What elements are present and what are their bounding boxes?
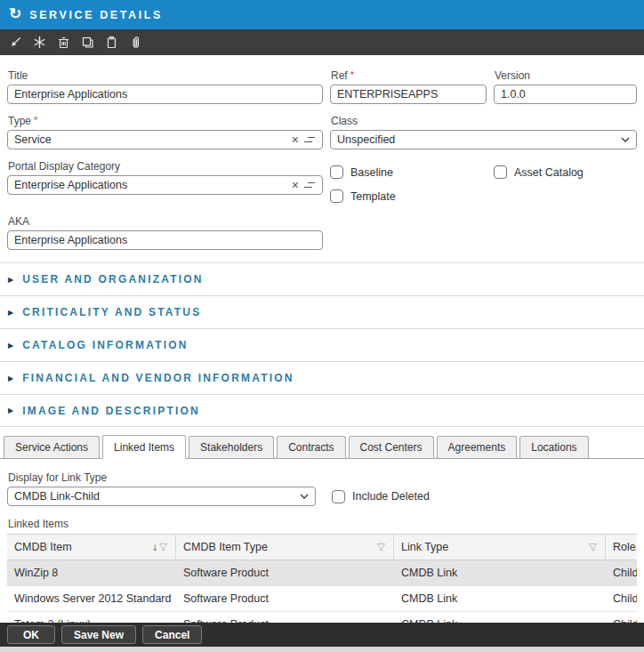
- delete-icon[interactable]: [53, 32, 74, 52]
- filter-icon[interactable]: [376, 543, 386, 552]
- save-new-button[interactable]: Save New: [61, 625, 136, 644]
- chevron-down-icon: [300, 494, 309, 499]
- section-title: IMAGE AND DESCRIPTION: [22, 405, 200, 417]
- filter-icon[interactable]: [158, 543, 168, 552]
- expand-arrow-icon: ▶: [8, 406, 13, 415]
- column-label: Role: [613, 541, 636, 553]
- type-field-group: Type* Service ×: [7, 115, 323, 149]
- tab-cost-centers[interactable]: Cost Centers: [349, 436, 434, 458]
- tab-label: Agreements: [448, 441, 506, 454]
- version-input[interactable]: [494, 85, 637, 104]
- title-input[interactable]: [7, 85, 323, 104]
- include-deleted-checkbox[interactable]: Include Deleted: [332, 490, 430, 503]
- section-title: FINANCIAL AND VENDOR INFORMATION: [22, 372, 294, 384]
- class-select[interactable]: Unspecified: [330, 130, 637, 149]
- required-asterisk: *: [34, 115, 37, 125]
- table-row[interactable]: Windows Server 2012 Standard Software Pr…: [7, 586, 637, 612]
- section-catalog-information[interactable]: ▶ CATALOG INFORMATION: [0, 328, 644, 361]
- tab-linked-items[interactable]: Linked Items: [102, 435, 186, 459]
- template-label: Template: [350, 190, 396, 203]
- asset-catalog-label: Asset Catalog: [514, 166, 584, 179]
- cell-cmdb-item-type: Software Product: [176, 586, 394, 611]
- section-user-and-organization[interactable]: ▶ USER AND ORGANIZATION: [0, 262, 644, 295]
- collapsible-sections: ▶ USER AND ORGANIZATION ▶ CRITICALITY AN…: [0, 262, 644, 427]
- column-header-role[interactable]: Role: [606, 535, 637, 559]
- aka-input[interactable]: [7, 230, 323, 250]
- window-bottom-edge: [0, 647, 644, 652]
- table-row[interactable]: WinZip 8 Software Product CMDB Link Chil…: [7, 560, 637, 586]
- cell-cmdb-item: Windows Server 2012 Standard: [7, 586, 176, 611]
- tab-label: Service Actions: [15, 441, 88, 454]
- include-deleted-label: Include Deleted: [352, 490, 430, 503]
- template-checkbox[interactable]: Template: [330, 189, 487, 203]
- linked-items-panel: Display for Link Type CMDB Link-Child In…: [0, 471, 644, 638]
- type-value: Service: [14, 133, 288, 146]
- checkbox-box[interactable]: [330, 165, 343, 179]
- column-header-link-type[interactable]: Link Type: [394, 535, 606, 559]
- asset-catalog-checkbox[interactable]: Asset Catalog: [494, 165, 637, 179]
- footer-action-bar: OK Save New Cancel: [0, 623, 644, 647]
- expand-arrow-icon: ▶: [8, 374, 13, 382]
- title-field-group: Title: [7, 69, 323, 104]
- ref-field-group: Ref*: [330, 69, 487, 104]
- tab-agreements[interactable]: Agreements: [437, 436, 518, 458]
- window-title-bar: ↻ SERVICE DETAILS: [0, 0, 644, 29]
- section-title: CATALOG INFORMATION: [22, 339, 188, 351]
- tab-service-actions[interactable]: Service Actions: [4, 436, 100, 458]
- portal-display-category-group: Portal Display Category Enterprise Appli…: [7, 160, 323, 213]
- type-label: Type: [8, 115, 31, 127]
- tab-label: Linked Items: [114, 441, 174, 454]
- class-value: Unspecified: [337, 133, 616, 146]
- title-label: Title: [8, 69, 323, 82]
- column-header-cmdb-item[interactable]: CMDB Item ↓: [7, 535, 176, 559]
- cancel-button[interactable]: Cancel: [142, 625, 202, 644]
- link-type-select[interactable]: CMDB Link-Child: [7, 487, 316, 506]
- class-field-group: Class Unspecified: [330, 115, 637, 149]
- type-combo[interactable]: Service ×: [7, 130, 323, 149]
- collapse-icon[interactable]: [5, 32, 26, 52]
- service-details-window: ↻ SERVICE DETAILS: [0, 0, 644, 652]
- refresh-icon[interactable]: ↻: [9, 6, 21, 21]
- clear-icon[interactable]: ×: [292, 179, 299, 191]
- tab-label: Stakeholders: [200, 441, 262, 454]
- checkbox-box[interactable]: [494, 165, 507, 179]
- tab-locations[interactable]: Locations: [519, 436, 588, 458]
- section-financial-and-vendor-information[interactable]: ▶ FINANCIAL AND VENDOR INFORMATION: [0, 361, 644, 394]
- version-field-group: Version: [494, 69, 637, 104]
- aka-field-group: AKA: [7, 215, 323, 250]
- ok-button[interactable]: OK: [7, 625, 55, 644]
- sort-descending-icon[interactable]: ↓: [152, 541, 157, 553]
- cell-link-type: CMDB Link: [394, 560, 606, 585]
- ref-input[interactable]: [330, 85, 487, 104]
- copy-icon[interactable]: [77, 32, 98, 52]
- version-label: Version: [495, 69, 637, 82]
- freeze-icon[interactable]: [29, 32, 50, 52]
- tab-contracts[interactable]: Contracts: [277, 436, 345, 458]
- column-header-cmdb-item-type[interactable]: CMDB Item Type: [176, 535, 394, 559]
- expand-arrow-icon: ▶: [8, 341, 13, 349]
- tab-bar: Service Actions Linked Items Stakeholder…: [0, 427, 644, 459]
- list-search-icon[interactable]: [304, 135, 316, 145]
- baseline-checkbox[interactable]: Baseline: [330, 165, 487, 179]
- expand-arrow-icon: ▶: [8, 308, 13, 316]
- page-title: SERVICE DETAILS: [29, 9, 163, 21]
- tab-label: Contracts: [288, 441, 334, 454]
- column-label: Link Type: [401, 541, 588, 553]
- attachment-icon[interactable]: [125, 32, 146, 52]
- column-label: CMDB Item Type: [183, 541, 376, 553]
- tab-stakeholders[interactable]: Stakeholders: [189, 436, 274, 458]
- list-search-icon[interactable]: [304, 181, 316, 190]
- section-image-and-description[interactable]: ▶ IMAGE AND DESCRIPTION: [0, 394, 644, 427]
- portal-display-category-value: Enterprise Applications: [14, 179, 288, 191]
- portal-display-category-combo[interactable]: Enterprise Applications ×: [7, 175, 323, 195]
- filter-icon[interactable]: [588, 543, 598, 552]
- aka-label: AKA: [8, 215, 323, 228]
- clear-icon[interactable]: ×: [292, 133, 299, 146]
- portal-display-category-label: Portal Display Category: [8, 160, 323, 173]
- toolbar: [0, 29, 644, 55]
- section-criticality-and-status[interactable]: ▶ CRITICALITY AND STATUS: [0, 295, 644, 328]
- section-title: USER AND ORGANIZATION: [22, 273, 204, 286]
- checkbox-box[interactable]: [330, 189, 343, 203]
- checkbox-box[interactable]: [332, 490, 345, 503]
- paste-icon[interactable]: [101, 32, 122, 52]
